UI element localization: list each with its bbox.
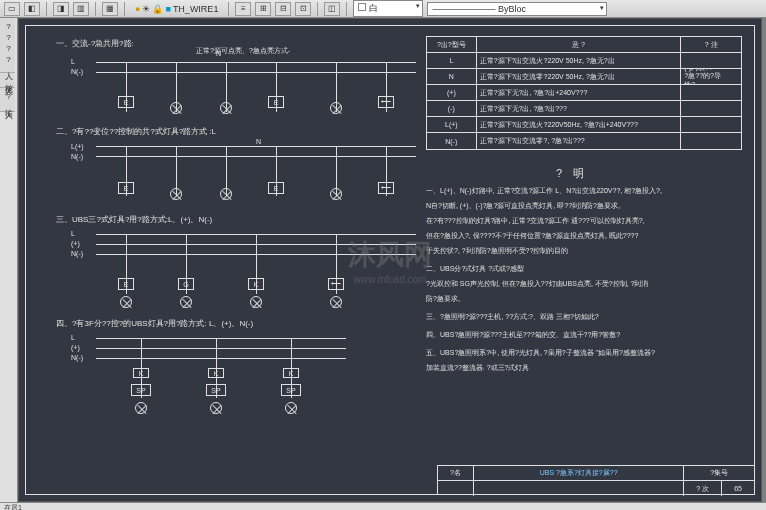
table-cell: 正常?源下?出交流零?220V 50Hz, ?急无?出 bbox=[477, 69, 682, 84]
comp-K-1: K bbox=[248, 278, 264, 290]
explain-title: ? 明 bbox=[556, 166, 588, 181]
table-cell: N bbox=[427, 69, 477, 84]
table-cell bbox=[681, 101, 741, 116]
toolbar: ▭ ◧ ◨ ▥ ▦ ● ☀ 🔒 ■ TH_WIRE1 ≡ ⊞ ⊟ ⊡ ◫ 白 —… bbox=[0, 0, 766, 18]
linetype-dropdown[interactable]: ——————— ByBloc bbox=[427, 2, 607, 16]
comp-box-1: ⟵ bbox=[378, 96, 394, 108]
layer-color-icon: ■ bbox=[165, 4, 170, 14]
output-table: ?出?型号 意 ? ? 注 L正常?源下?出交流火?220V 50Hz, ?急无… bbox=[426, 36, 742, 150]
table-cell: L bbox=[427, 53, 477, 68]
th-2: 意 ? bbox=[477, 37, 682, 52]
drawing-canvas[interactable]: 一、交流-?急共用?路: 正常?源可点亮、?急点亮方式- L N(-) N E … bbox=[18, 18, 762, 502]
s3-l3: N(-) bbox=[71, 250, 83, 257]
s2-l1: L(+) bbox=[71, 143, 84, 150]
table-cell: L(+) bbox=[427, 117, 477, 132]
linetype-label: ByBloc bbox=[498, 4, 526, 14]
s3-l2: (+) bbox=[71, 240, 80, 247]
comp-SP-b: SP bbox=[206, 384, 226, 396]
tool-btn-1[interactable]: ▭ bbox=[4, 2, 20, 16]
lamp-1 bbox=[170, 102, 182, 114]
lamp-4 bbox=[170, 188, 182, 200]
tool-btn-2[interactable]: ◧ bbox=[24, 2, 40, 16]
lamp-11 bbox=[135, 402, 147, 414]
tool-btn-3[interactable]: ◨ bbox=[53, 2, 69, 16]
lamp-7 bbox=[120, 296, 132, 308]
statusbar: 在居1 bbox=[0, 502, 766, 510]
table-note bbox=[681, 53, 741, 68]
layer-selector[interactable]: ● ☀ 🔒 ■ TH_WIRE1 bbox=[131, 4, 222, 14]
explain-line: 四、UBS?急照明?源???主机至???箱的交、直流干??用?管敷? bbox=[426, 330, 620, 340]
lamp-8 bbox=[180, 296, 192, 308]
table-cell: 正常?源下?出交流火?220V50Hz, ?急?出+240V??? bbox=[477, 117, 682, 132]
section1-subtitle: 正常?源可点亮、?急点亮方式- bbox=[196, 46, 290, 56]
lamp-6 bbox=[330, 188, 342, 200]
table-cell: ( )内表?? ?急??的?导 性? bbox=[681, 69, 741, 84]
explain-line: 加装直流??整流器. ?或三?式灯具 bbox=[426, 363, 529, 373]
tb-name: UBS ?急系?灯具接?展?? bbox=[474, 466, 685, 480]
th-3: ? 注 bbox=[681, 37, 741, 52]
table-cell: 正常?源下无?出, ?急?出+240V??? bbox=[477, 85, 682, 100]
titleblock: ?名 UBS ?急系?灯具接?展?? ?集号 ? 次 65 bbox=[437, 465, 755, 495]
section3-title: 三、UBS三?式灯具?用?路方式:L、(+)、N(-) bbox=[56, 214, 212, 225]
tool-btn-8[interactable]: ⊟ bbox=[275, 2, 291, 16]
tb-sheet: 65 bbox=[722, 481, 754, 496]
s2-l2: N(-) bbox=[71, 153, 83, 160]
explain-line: 五、UBS?急照明系?中, 使用?光灯具, ?采用?子整流器 "如采用?感整流器… bbox=[426, 348, 655, 358]
s1-label-L: L bbox=[71, 58, 75, 65]
sun-icon: ☀ bbox=[142, 4, 150, 14]
s1-label-Nr: N bbox=[216, 50, 221, 57]
lamp-9 bbox=[250, 296, 262, 308]
table-cell: 正常?源下?出交流火?220V 50Hz, ?急无?出 bbox=[477, 53, 682, 68]
section2-title: 二、?有??变位??控制的共?式灯具?路方式 :L bbox=[56, 126, 216, 137]
comp-E-5: E bbox=[118, 278, 134, 290]
explain-line: 一、L(+)、N(-)灯路中, 正常?交流?源工作 L、N?出交流220V??,… bbox=[426, 186, 662, 196]
lightbulb-icon: ● bbox=[135, 4, 140, 14]
section1-title: 一、交流-?急共用?路: bbox=[56, 38, 134, 49]
comp-E-1: E bbox=[118, 96, 134, 108]
tb-sheet-label: ?集号 bbox=[684, 466, 754, 480]
comp-SP-c: SP bbox=[281, 384, 301, 396]
tool-btn-9[interactable]: ⊡ bbox=[295, 2, 311, 16]
explain-line: N自?切断, (+)、(-)?急?源可直投点亮灯具, 即??到消防?急要求。 bbox=[426, 201, 625, 211]
comp-G-1: G bbox=[178, 278, 194, 290]
lamp-12 bbox=[210, 402, 222, 414]
tab-1[interactable]: ????人 bbox=[0, 18, 15, 73]
comp-E-2: E bbox=[268, 96, 284, 108]
s1-label-N: N(-) bbox=[71, 68, 83, 75]
explain-line: 但在?急投入?, 保????不?于任何位置?急?源直投点亮灯具, 既此???? bbox=[426, 231, 638, 241]
color-label: 白 bbox=[369, 3, 378, 13]
table-cell bbox=[681, 133, 741, 149]
th-1: ?出?型号 bbox=[427, 37, 477, 52]
comp-E-3: E bbox=[118, 182, 134, 194]
tool-btn-5[interactable]: ▦ bbox=[102, 2, 118, 16]
tool-btn-7[interactable]: ⊞ bbox=[255, 2, 271, 16]
tb-empty bbox=[438, 481, 474, 496]
explain-line: 二、UBS分?式灯具 ?式或?感型 bbox=[426, 264, 524, 274]
s4-l1: L bbox=[71, 334, 75, 341]
tb-empty bbox=[474, 481, 685, 496]
s4-l3: N(-) bbox=[71, 354, 83, 361]
comp-E-4: E bbox=[268, 182, 284, 194]
tool-btn-4[interactable]: ▥ bbox=[73, 2, 89, 16]
s4-l2: (+) bbox=[71, 344, 80, 351]
explain-line: ?光双控和 SG声光控制, 但在?急投入??灯由UBS点亮, 不受?控制, ?到… bbox=[426, 279, 648, 289]
tb-sheet-label2: ? 次 bbox=[684, 481, 722, 496]
section4-title: 四、?有3F分??控?的UBS灯具?用?路方式: L、(+)、N(-) bbox=[56, 318, 253, 329]
explain-line: 于失控状?, ?到消防?急照明不受??控制的目的 bbox=[426, 246, 568, 256]
comp-K-c: K bbox=[283, 368, 299, 378]
explain-line: 三、?急照明?源???主机, ??方式:?、双路 三相?切如此? bbox=[426, 312, 599, 322]
s3-l1: L bbox=[71, 230, 75, 237]
table-cell: (-) bbox=[427, 101, 477, 116]
tab-3[interactable]: ?输人 bbox=[0, 88, 15, 112]
tool-btn-6[interactable]: ≡ bbox=[235, 2, 251, 16]
lamp-5 bbox=[220, 188, 232, 200]
table-cell bbox=[681, 85, 741, 100]
tab-2[interactable]: 核正人 bbox=[0, 73, 15, 88]
table-cell: 正常?源下无?出, ?急?出??? bbox=[477, 101, 682, 116]
comp-box-3: ⟵ bbox=[328, 278, 344, 290]
left-sidebar: ????人 核正人 ?输人 bbox=[0, 18, 18, 502]
color-dropdown[interactable]: 白 bbox=[353, 0, 423, 17]
table-cell: N(-) bbox=[427, 133, 477, 149]
comp-SP-a: SP bbox=[131, 384, 151, 396]
tool-btn-10[interactable]: ◫ bbox=[324, 2, 340, 16]
